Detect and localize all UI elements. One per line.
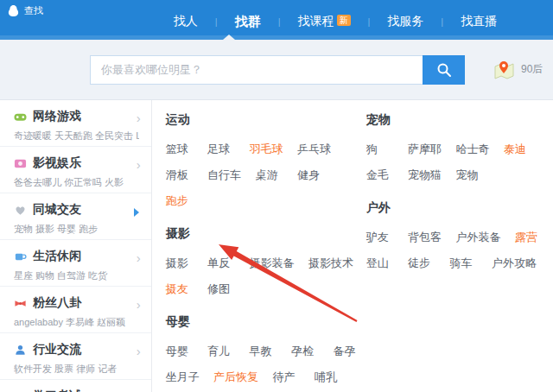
sidebar-item-online-games[interactable]: 网络游戏 奇迹暖暖 天天酷跑 全民突击 LOL › (0, 100, 151, 147)
category-tag[interactable]: 篮球 (166, 136, 194, 161)
sidebar-item-subtags: 宠物 摄影 母婴 跑步 (14, 223, 139, 236)
tab-find-courses[interactable]: 找课程新 (281, 14, 368, 29)
category-tag[interactable]: 户外攻略 (492, 250, 537, 275)
chevron-right-icon: › (137, 157, 141, 172)
category-tag-dslr[interactable]: 单反 (207, 250, 235, 275)
tab-find-live[interactable]: 找直播 (443, 14, 514, 29)
search-icon (436, 62, 452, 78)
tag-row: 篮球 足球 羽毛球 乒乓球 (166, 136, 366, 161)
tag-row: 摄影 单反 摄影装备 摄影技术 (166, 250, 366, 275)
category-tag[interactable]: 金毛 (366, 162, 394, 187)
category-tag[interactable]: 摄影 (166, 250, 194, 275)
tag-row: 摄友 修图 (166, 275, 366, 301)
sidebar-item-title: 学习考试 (33, 389, 81, 392)
sidebar-item-title: 行业交流 (33, 342, 81, 357)
sidebar-item-subtags: 爸爸去哪儿 你正常吗 火影 (14, 176, 139, 189)
tab-find-people[interactable]: 找人 (156, 14, 215, 29)
sidebar-item-subtags: angelababy 李易峰 赵丽颖 (14, 316, 139, 329)
category-tag[interactable]: 产后恢复 (213, 364, 258, 389)
section-title: 宠物 (366, 112, 553, 128)
category-tag[interactable]: 露营 (515, 224, 543, 250)
sidebar-item-study-exams[interactable]: 学习考试 › (0, 380, 151, 392)
category-tag[interactable]: 徒步 (408, 250, 435, 275)
category-tag[interactable]: 萨摩耶 (408, 136, 442, 161)
category-tag[interactable]: 羽毛球 (250, 136, 283, 161)
category-tag[interactable]: 哈士奇 (456, 136, 490, 161)
sidebar-item-life-leisure[interactable]: 生活休闲 星座 购物 自驾游 吃货 › (0, 240, 151, 287)
tag-row: 母婴 育儿 早教 孕检 备孕 (166, 338, 366, 364)
tag-row: 金毛 宠物猫 宠物 (366, 161, 553, 187)
clapperboard-icon (14, 157, 27, 170)
sidebar-item-subtags: 软件开发 股票 律师 记者 (14, 363, 139, 376)
category-tag[interactable]: 滑板 (166, 162, 194, 187)
chevron-right-icon: › (137, 344, 141, 358)
heart-icon (14, 204, 27, 217)
category-tag[interactable]: 摄友 (166, 276, 194, 301)
new-badge: 新 (337, 15, 351, 26)
category-tag[interactable]: 骑车 (450, 250, 478, 275)
tag-row: 登山 徒步 骑车 户外攻略 (366, 250, 553, 275)
search-button[interactable] (423, 55, 465, 85)
tab-find-courses-label: 找课程 (298, 14, 334, 28)
nav-tabs: 找人 | 找群 | 找课程新 | 找服务 | 找直播 (0, 0, 553, 40)
category-tag[interactable]: 健身 (297, 162, 325, 187)
tab-find-services[interactable]: 找服务 (370, 14, 441, 29)
section-title: 户外 (366, 200, 553, 216)
category-tag[interactable]: 乒乓球 (297, 136, 331, 161)
category-tag[interactable]: 驴友 (366, 224, 394, 250)
section-title: 母婴 (166, 314, 366, 330)
sidebar-item-subtags: 奇迹暖暖 天天酷跑 全民突击 LOL (14, 130, 139, 142)
category-tag[interactable]: 早教 (250, 338, 277, 364)
category-tag[interactable]: 户外装备 (456, 224, 501, 250)
category-tag[interactable]: 自行车 (207, 162, 241, 187)
category-sidebar: 网络游戏 奇迹暖暖 天天酷跑 全民突击 LOL › 影视娱乐 爸爸去哪儿 你正常… (0, 100, 152, 392)
map-pin-icon (493, 59, 515, 81)
section-mother-baby: 母婴 母婴 育儿 早教 孕检 备孕 坐月子 产后恢复 待产 哺乳 (166, 314, 366, 389)
search-zone: 90后 (0, 40, 553, 100)
gamepad-icon (14, 111, 27, 123)
sidebar-item-subtags: 星座 购物 自驾游 吃货 (14, 269, 139, 282)
tab-find-groups[interactable]: 找群 (218, 14, 278, 30)
chevron-right-icon: › (137, 250, 141, 265)
category-tag[interactable]: 狗 (366, 136, 394, 161)
category-tag[interactable]: 泰迪 (504, 136, 531, 161)
app-logo-label: 查找 (24, 4, 43, 17)
sidebar-item-movies-entertainment[interactable]: 影视娱乐 爸爸去哪儿 你正常吗 火影 › (0, 147, 151, 193)
tag-row: 坐月子 产后恢复 待产 哺乳 (166, 364, 366, 389)
category-tag[interactable]: 母婴 (166, 338, 194, 364)
sidebar-item-title: 生活休闲 (33, 249, 81, 264)
category-tag[interactable]: 宠物 (456, 162, 484, 187)
search-box (90, 55, 465, 85)
section-outdoor: 户外 驴友 背包客 户外装备 露营 登山 徒步 骑车 户外攻略 (366, 200, 553, 275)
category-tag[interactable]: 孕检 (291, 338, 319, 364)
sidebar-item-title: 粉丝八卦 (33, 295, 81, 311)
category-tag[interactable]: 桌游 (256, 162, 283, 187)
tag-row: 跑步 (166, 187, 366, 213)
sidebar-item-industry-exchange[interactable]: 行业交流 软件开发 股票 律师 记者 › (0, 333, 151, 380)
category-tag[interactable]: 足球 (207, 136, 235, 161)
sidebar-item-local-friends[interactable]: 同城交友 宠物 摄影 母婴 跑步 (0, 193, 151, 240)
category-tag[interactable]: 备孕 (333, 338, 360, 364)
category-tag[interactable]: 登山 (366, 250, 394, 275)
section-sports: 运动 篮球 足球 羽毛球 乒乓球 滑板 自行车 桌游 健身 跑步 (166, 112, 366, 213)
category-tag[interactable]: 跑步 (166, 188, 194, 213)
category-tag[interactable]: 修图 (207, 276, 235, 301)
active-arrow-icon (134, 208, 139, 217)
sidebar-item-fan-gossip[interactable]: 粉丝八卦 angelababy 李易峰 赵丽颖 › (0, 287, 151, 333)
category-column-left: 运动 篮球 足球 羽毛球 乒乓球 滑板 自行车 桌游 健身 跑步 (166, 112, 366, 392)
bow-icon (14, 297, 27, 310)
category-tag[interactable]: 哺乳 (315, 364, 342, 389)
category-tag[interactable]: 育儿 (207, 338, 235, 364)
category-tag[interactable]: 摄影技术 (308, 250, 353, 275)
tag-row: 滑板 自行车 桌游 健身 (166, 161, 366, 187)
search-input[interactable] (90, 55, 423, 85)
category-tag[interactable]: 摄影装备 (250, 250, 295, 275)
nearby-hot-link[interactable]: 90后 (493, 59, 543, 81)
category-tag[interactable]: 背包客 (408, 224, 442, 250)
category-tag[interactable]: 坐月子 (166, 364, 200, 389)
person-icon (14, 344, 27, 357)
section-title: 运动 (166, 112, 366, 128)
app-logo[interactable]: 查找 (7, 4, 43, 17)
category-tag[interactable]: 宠物猫 (408, 162, 442, 187)
category-tag[interactable]: 待产 (273, 364, 301, 389)
